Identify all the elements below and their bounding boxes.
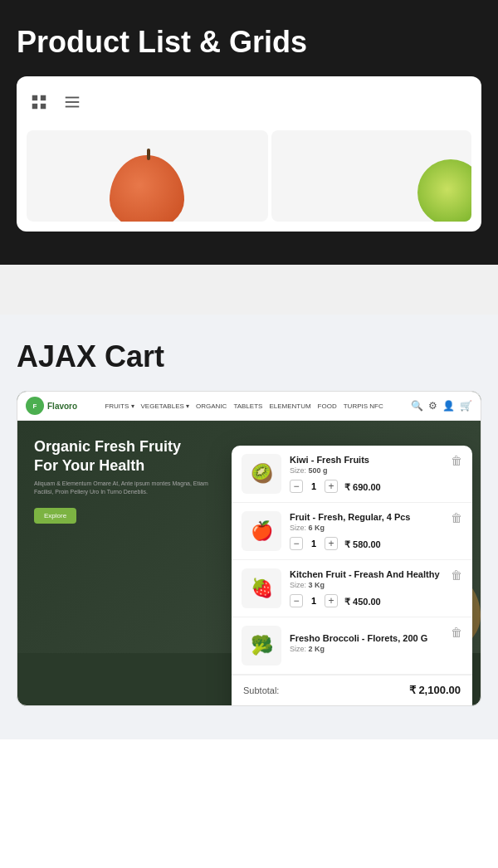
cart-subtotal: Subtotal: ₹ 2,100.00 — [232, 675, 472, 705]
cart-item-size: Size: 3 Kg — [290, 581, 442, 589]
fruit-peach-icon — [110, 155, 184, 222]
qty-increase-button[interactable]: + — [325, 537, 338, 550]
nav-organic[interactable]: ORGANIC — [196, 402, 227, 410]
mock-hero: Organic Fresh FruityFor Your Health Aliq… — [17, 421, 481, 653]
view-toggle — [27, 86, 471, 120]
cart-icon[interactable]: 🛒 — [460, 400, 472, 412]
qty-decrease-button[interactable]: − — [290, 537, 303, 550]
ajax-cart-section: AJAX Cart F Flavoro FRUITS ▾ VEGETABLES … — [0, 315, 498, 739]
svg-rect-6 — [66, 106, 80, 108]
cart-item-delete-button[interactable]: 🗑 — [451, 511, 462, 524]
cart-item-image-broccoli: 🥦 — [242, 626, 281, 666]
cart-item: 🍓 Kitchen Fruit - Freash And Healthy Siz… — [232, 560, 472, 617]
cart-item: 🥦 Fresho Broccoli - Florets, 200 G Size:… — [232, 617, 472, 675]
cart-item-price: ₹ 690.00 — [344, 482, 381, 493]
nav-icons: 🔍 ⚙ 👤 🛒 — [411, 400, 472, 412]
ajax-cart-popup: 🥝 Kiwi - Fresh Fruits Size: 500 g − 1 + … — [232, 446, 472, 706]
product-grid-images — [27, 130, 471, 222]
svg-rect-0 — [32, 95, 37, 100]
fruit-lime-icon — [417, 159, 471, 222]
svg-rect-2 — [32, 104, 37, 109]
cart-item-image-kiwi: 🥝 — [242, 454, 281, 494]
subtotal-value: ₹ 2,100.00 — [409, 684, 461, 696]
storefront-mockup: F Flavoro FRUITS ▾ VEGETABLES ▾ ORGANIC … — [17, 391, 481, 706]
cart-item-delete-button[interactable]: 🗑 — [451, 568, 462, 582]
qty-value: 1 — [310, 481, 318, 491]
product-list-title: Product List & Grids — [17, 25, 481, 60]
nav-elementum[interactable]: ELEMENTUM — [269, 402, 310, 410]
hero-title: Organic Fresh FruityFor Your Health — [34, 437, 217, 475]
qty-decrease-button[interactable]: − — [290, 594, 303, 607]
cart-item-name: Fruit - Fresh, Regular, 4 Pcs — [290, 512, 442, 522]
qty-increase-button[interactable]: + — [325, 594, 338, 607]
cart-item-price: ₹ 580.00 — [344, 539, 381, 550]
qty-control: − 1 + ₹ 450.00 — [290, 594, 442, 607]
qty-increase-button[interactable]: + — [325, 480, 338, 493]
product-image-left — [27, 130, 268, 222]
qty-decrease-button[interactable]: − — [290, 480, 303, 493]
hero-explore-button[interactable]: Explore — [34, 508, 76, 524]
cart-item-name: Fresho Broccoli - Florets, 200 G — [290, 633, 442, 643]
cart-item-size: Size: 500 g — [290, 466, 442, 475]
qty-value: 1 — [310, 596, 318, 606]
product-card — [17, 76, 481, 232]
hero-text: Organic Fresh FruityFor Your Health Aliq… — [34, 437, 217, 524]
cart-item-info-fruit: Fruit - Fresh, Regular, 4 Pcs Size: 6 Kg… — [290, 512, 442, 550]
qty-value: 1 — [310, 539, 318, 549]
settings-icon[interactable]: ⚙ — [428, 400, 437, 412]
svg-rect-4 — [66, 97, 80, 99]
product-image-right — [271, 130, 471, 222]
subtotal-label: Subtotal: — [243, 685, 279, 695]
cart-item-delete-button[interactable]: 🗑 — [451, 626, 462, 639]
hero-subtitle: Aliquam & Elementum Ornare At, Ante ipsu… — [34, 480, 217, 496]
cart-item-image-fruit: 🍎 — [242, 511, 281, 551]
nav-items: FRUITS ▾ VEGETABLES ▾ ORGANIC TABLETS EL… — [84, 402, 404, 410]
logo-icon: F — [26, 397, 44, 415]
cart-item-size: Size: 6 Kg — [290, 524, 442, 532]
nav-food[interactable]: FOOD — [318, 402, 337, 410]
logo-text: Flavoro — [47, 402, 77, 411]
user-icon[interactable]: 👤 — [442, 400, 455, 412]
svg-rect-3 — [41, 104, 46, 109]
qty-control: − 1 + ₹ 690.00 — [290, 480, 442, 493]
nav-tablets[interactable]: TABLETS — [233, 402, 262, 410]
nav-vegetables[interactable]: VEGETABLES ▾ — [141, 402, 190, 410]
store-logo: F Flavoro — [26, 397, 77, 415]
search-icon[interactable]: 🔍 — [411, 400, 423, 412]
cart-item-info-kiwi: Kiwi - Fresh Fruits Size: 500 g − 1 + ₹ … — [290, 455, 442, 493]
cart-item-price: ₹ 450.00 — [344, 597, 381, 607]
cart-actions: View Cart Check Out — [232, 705, 472, 706]
cart-item-info-kitchen: Kitchen Fruit - Freash And Healthy Size:… — [290, 569, 442, 607]
grid-view-button[interactable] — [27, 90, 51, 117]
nav-turpis[interactable]: TURPIS NFC — [344, 402, 383, 410]
section-spacer — [0, 265, 498, 315]
svg-rect-5 — [66, 101, 80, 103]
cart-item-size: Size: 2 Kg — [290, 645, 442, 653]
cart-item-delete-button[interactable]: 🗑 — [451, 454, 462, 467]
mock-navbar: F Flavoro FRUITS ▾ VEGETABLES ▾ ORGANIC … — [17, 392, 481, 421]
svg-rect-1 — [41, 95, 46, 100]
cart-item-name: Kiwi - Fresh Fruits — [290, 455, 442, 465]
product-list-section: Product List & Grids — [0, 0, 498, 265]
cart-items-list: 🥝 Kiwi - Fresh Fruits Size: 500 g − 1 + … — [232, 446, 472, 675]
cart-item: 🍎 Fruit - Fresh, Regular, 4 Pcs Size: 6 … — [232, 503, 472, 560]
ajax-cart-title: AJAX Cart — [17, 339, 481, 374]
cart-item-name: Kitchen Fruit - Freash And Healthy — [290, 569, 442, 579]
list-view-button[interactable] — [60, 90, 85, 117]
qty-control: − 1 + ₹ 580.00 — [290, 537, 442, 550]
cart-item-info-broccoli: Fresho Broccoli - Florets, 200 G Size: 2… — [290, 633, 442, 658]
cart-item: 🥝 Kiwi - Fresh Fruits Size: 500 g − 1 + … — [232, 446, 472, 503]
nav-fruits[interactable]: FRUITS ▾ — [105, 402, 134, 410]
cart-item-image-kitchen: 🍓 — [242, 568, 281, 608]
fruit-lime-wrap — [271, 130, 471, 222]
